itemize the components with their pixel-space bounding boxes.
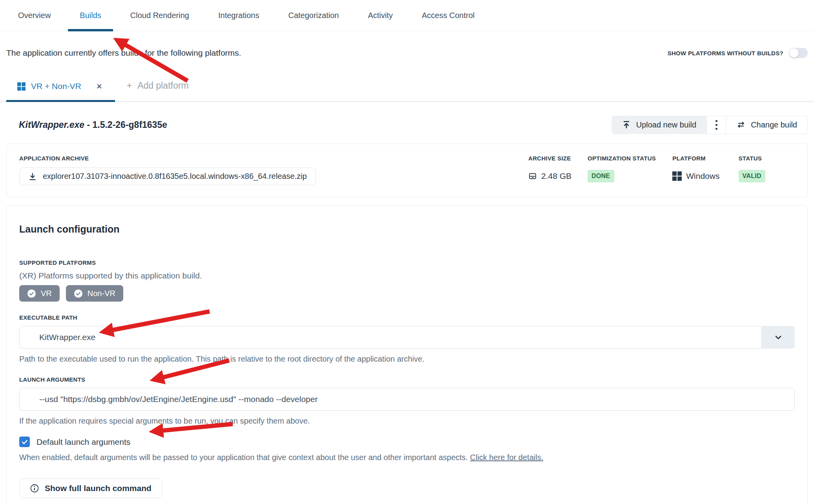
archive-file-download[interactable]: explorer107.31073-innoactive.0.8f1635e5.… [19, 167, 316, 185]
optimization-status-badge: DONE [588, 170, 614, 182]
platform-tab-vr-nonvr[interactable]: VR + Non-VR ✕ [6, 82, 115, 101]
application-archive-card: APPLICATION ARCHIVE explorer107.31073-in… [6, 144, 808, 197]
default-args-help-text: When enabled, default arguments will be … [19, 453, 470, 462]
archive-size-value: 2.48 GB [541, 171, 571, 181]
show-platforms-toggle-group: SHOW PLATFORMS WITHOUT BUILDS? [668, 48, 808, 58]
tab-integrations[interactable]: Integrations [206, 0, 271, 31]
add-platform-label: Add platform [137, 80, 188, 91]
show-platforms-toggle-label: SHOW PLATFORMS WITHOUT BUILDS? [668, 50, 783, 56]
download-icon [28, 172, 37, 181]
platform-value: Windows [686, 171, 719, 181]
build-app-name: KitWrapper.exe [19, 120, 84, 130]
platform-tab-label: VR + Non-VR [31, 82, 81, 91]
chip-non-vr-label: Non-VR [88, 289, 115, 298]
details-link[interactable]: Click here for details. [470, 453, 543, 462]
launch-arguments-label: LAUNCH ARGUMENTS [19, 376, 795, 383]
close-icon[interactable]: ✕ [96, 82, 102, 91]
tab-activity[interactable]: Activity [356, 0, 404, 31]
build-title-separator: - [84, 120, 92, 130]
chip-non-vr[interactable]: Non-VR [66, 285, 123, 302]
check-circle-icon [74, 289, 83, 298]
chevron-down-icon [773, 332, 783, 342]
windows-icon [672, 171, 682, 181]
executable-path-row [19, 326, 795, 349]
archive-size-label: ARCHIVE SIZE [528, 155, 588, 162]
add-platform-tab[interactable]: + Add platform [115, 80, 201, 101]
executable-path-help: Path to the executable used to run the a… [19, 355, 795, 364]
status-label: STATUS [739, 155, 795, 162]
more-options-button[interactable] [706, 116, 726, 134]
default-launch-arguments-checkbox[interactable] [19, 437, 30, 447]
chip-vr[interactable]: VR [19, 285, 60, 302]
status-badge: VALID [739, 170, 765, 182]
build-actions: Upload new build Change build [611, 116, 808, 134]
tab-overview[interactable]: Overview [6, 0, 62, 31]
chip-vr-label: VR [41, 289, 52, 298]
launch-arguments-help: If the application requires special argu… [19, 417, 795, 426]
executable-path-dropdown-button[interactable] [762, 326, 795, 349]
plus-icon: + [127, 80, 132, 91]
optimization-status-label: OPTIMIZATION STATUS [588, 155, 672, 162]
launch-arguments-row [19, 388, 795, 411]
tab-access-control[interactable]: Access Control [410, 0, 487, 31]
archive-column: APPLICATION ARCHIVE explorer107.31073-in… [19, 155, 528, 185]
swap-arrows-icon [736, 120, 746, 129]
disk-icon [528, 172, 537, 180]
info-icon [30, 484, 39, 493]
default-launch-arguments-label[interactable]: Default launch arguments [37, 437, 130, 447]
intro-row: The application currently offers builds … [0, 31, 814, 58]
archive-size-column: ARCHIVE SIZE 2.48 GB [528, 155, 588, 185]
supported-platforms-help: (XR) Platforms supported by this applica… [19, 271, 795, 280]
windows-icon [17, 82, 26, 91]
launch-configuration-card: Launch configuration SUPPORTED PLATFORMS… [6, 205, 808, 504]
supported-platforms-chips: VR Non-VR [19, 285, 795, 302]
change-build-label: Change build [751, 120, 797, 129]
upload-icon [622, 120, 631, 129]
status-column: STATUS VALID [739, 155, 795, 185]
executable-path-input[interactable] [19, 326, 762, 349]
optimization-status-column: OPTIMIZATION STATUS DONE [588, 155, 672, 185]
default-launch-arguments-help: When enabled, default arguments will be … [19, 453, 795, 462]
toggle-knob [789, 48, 799, 58]
tab-categorization[interactable]: Categorization [276, 0, 350, 31]
platform-label: PLATFORM [672, 155, 738, 162]
archive-filename: explorer107.31073-innoactive.0.8f1635e5.… [43, 172, 307, 181]
intro-text: The application currently offers builds … [6, 47, 241, 58]
kebab-dot [715, 128, 717, 130]
change-build-button[interactable]: Change build [726, 116, 808, 134]
tab-cloud-rendering[interactable]: Cloud Rendering [119, 0, 201, 31]
tab-builds[interactable]: Builds [68, 0, 113, 31]
upload-new-build-label: Upload new build [636, 120, 696, 129]
supported-platforms-label: SUPPORTED PLATFORMS [19, 259, 795, 266]
check-icon [21, 438, 28, 446]
default-launch-arguments-row: Default launch arguments [19, 437, 795, 447]
show-platforms-toggle[interactable] [789, 48, 808, 58]
launch-configuration-title: Launch configuration [19, 224, 795, 235]
build-version: 1.5.2-26-g8f1635e [92, 120, 167, 130]
build-header: KitWrapper.exe - 1.5.2-26-g8f1635e Uploa… [6, 115, 808, 134]
show-full-launch-command-button[interactable]: Show full launch command [19, 479, 162, 498]
executable-path-label: EXECUTABLE PATH [19, 314, 795, 321]
show-full-launch-command-label: Show full launch command [45, 484, 151, 493]
platform-column: PLATFORM Windows [672, 155, 738, 185]
builds-page: Overview Builds Cloud Rendering Integrat… [0, 0, 814, 504]
upload-new-build-button[interactable]: Upload new build [611, 116, 706, 134]
application-archive-label: APPLICATION ARCHIVE [19, 155, 528, 162]
launch-arguments-input[interactable] [19, 388, 795, 411]
kebab-dot [715, 124, 717, 126]
top-navigation: Overview Builds Cloud Rendering Integrat… [0, 0, 814, 31]
check-circle-icon [27, 289, 36, 298]
platform-tabs: VR + Non-VR ✕ + Add platform [0, 80, 814, 102]
build-title: KitWrapper.exe - 1.5.2-26-g8f1635e [6, 120, 167, 130]
kebab-dot [715, 120, 717, 122]
